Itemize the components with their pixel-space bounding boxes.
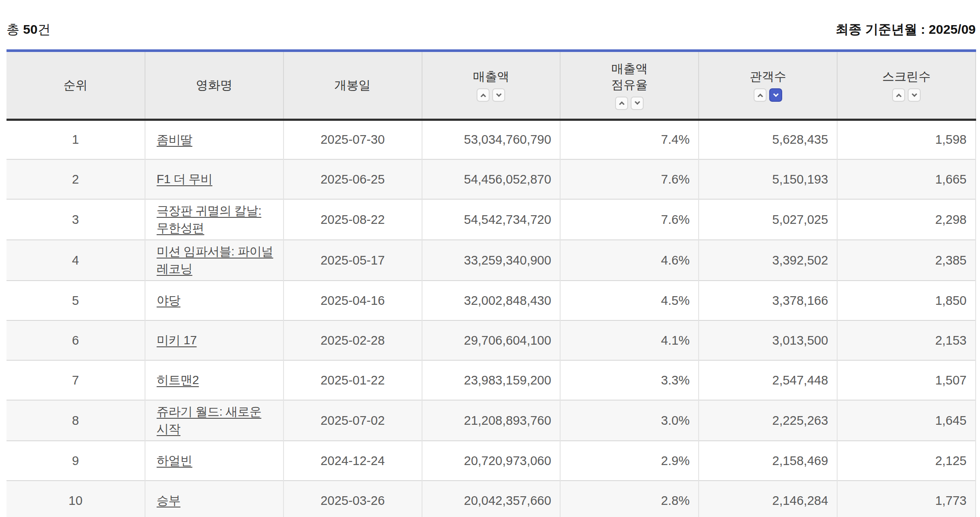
movie-title-link[interactable]: 야당 xyxy=(157,294,181,307)
total-count-label: 총 50건 xyxy=(6,21,51,38)
sort-buttons xyxy=(754,88,782,102)
sort-asc-button[interactable] xyxy=(754,88,767,102)
summary-bar: 총 50건 최종 기준년월 : 2025/09 xyxy=(6,21,976,38)
movie-title-cell: 하얼빈 xyxy=(145,441,284,481)
screens-cell: 1,665 xyxy=(837,159,976,199)
movie-title-link[interactable]: 히트맨2 xyxy=(157,373,199,387)
column-header-label-line: 관객수 xyxy=(750,68,786,84)
release-date-cell: 2025-07-02 xyxy=(284,400,422,441)
movie-title-link[interactable]: F1 더 무비 xyxy=(157,172,213,186)
release-date-cell: 2025-07-30 xyxy=(284,120,422,159)
movie-title-cell: 야당 xyxy=(145,281,284,320)
chevron-up-icon xyxy=(758,94,763,99)
sort-asc-button[interactable] xyxy=(477,88,490,102)
rank-cell: 2 xyxy=(6,159,145,199)
total-prefix: 총 xyxy=(6,22,23,36)
column-header: 스크린수 xyxy=(837,51,976,120)
audience-cell: 2,158,469 xyxy=(699,441,837,481)
column-header: 개봉일 xyxy=(284,51,422,120)
sort-desc-button[interactable] xyxy=(492,88,505,102)
column-header-label-line: 영화명 xyxy=(196,77,232,93)
movie-title-cell: 쥬라기 월드: 새로운 시작 xyxy=(145,400,284,441)
table-row: 7 히트맨2 2025-01-22 23,983,159,200 3.3% 2,… xyxy=(6,360,976,400)
sales-cell: 23,983,159,200 xyxy=(422,360,561,400)
movie-title-cell: 승부 xyxy=(145,481,284,517)
column-header: 영화명 xyxy=(145,51,284,120)
screens-cell: 1,598 xyxy=(837,120,976,159)
sort-buttons xyxy=(615,97,644,110)
release-date-cell: 2025-01-22 xyxy=(284,360,422,400)
rank-cell: 3 xyxy=(6,199,145,240)
release-date-cell: 2025-06-25 xyxy=(284,159,422,199)
sales-share-cell: 7.6% xyxy=(560,159,699,199)
chevron-down-icon xyxy=(496,91,502,97)
table-row: 8 쥬라기 월드: 새로운 시작 2025-07-02 21,208,893,7… xyxy=(6,400,976,441)
release-date-cell: 2025-03-26 xyxy=(284,481,422,517)
column-header-label-line: 매출액 xyxy=(611,61,648,77)
audience-cell: 3,378,166 xyxy=(699,281,837,320)
sales-share-cell: 4.1% xyxy=(560,320,699,360)
movie-title-link[interactable]: 미키 17 xyxy=(157,333,197,347)
reference-month-label: 최종 기준년월 : 2025/09 xyxy=(836,21,976,38)
screens-cell: 1,773 xyxy=(837,481,976,517)
sales-cell: 20,042,357,660 xyxy=(422,481,561,517)
rank-cell: 5 xyxy=(6,281,145,320)
movie-title-link[interactable]: 쥬라기 월드: 새로운 시작 xyxy=(157,405,261,436)
screens-cell: 2,153 xyxy=(837,320,976,360)
release-date-cell: 2025-04-16 xyxy=(284,281,422,320)
movie-title-cell: 히트맨2 xyxy=(145,360,284,400)
rank-cell: 7 xyxy=(6,360,145,400)
release-date-cell: 2025-08-22 xyxy=(284,199,422,240)
movie-title-link[interactable]: 미션 임파서블: 파이널 레코닝 xyxy=(157,245,273,275)
sales-cell: 21,208,893,760 xyxy=(422,400,561,441)
table-row: 3 극장판 귀멸의 칼날: 무한성편 2025-08-22 54,542,734… xyxy=(6,199,976,240)
table-row: 4 미션 임파서블: 파이널 레코닝 2025-05-17 33,259,340… xyxy=(6,240,976,281)
sort-desc-button[interactable] xyxy=(908,88,921,102)
sales-share-cell: 7.6% xyxy=(560,199,699,240)
column-header-label: 관객수 xyxy=(750,68,786,84)
audience-cell: 5,628,435 xyxy=(699,120,837,159)
table-row: 6 미키 17 2025-02-28 29,706,604,100 4.1% 3… xyxy=(6,320,976,360)
movie-title-link[interactable]: 극장판 귀멸의 칼날: 무한성편 xyxy=(157,204,261,235)
sales-share-cell: 7.4% xyxy=(560,120,699,159)
chevron-down-icon xyxy=(912,91,917,97)
release-date-cell: 2024-12-24 xyxy=(284,441,422,481)
column-header-label: 매출액 xyxy=(473,68,509,84)
column-header-label: 순위 xyxy=(63,77,87,93)
sales-share-cell: 2.9% xyxy=(560,441,699,481)
sort-asc-button[interactable] xyxy=(615,97,628,110)
audience-cell: 2,146,284 xyxy=(699,481,837,517)
movie-title-link[interactable]: 승부 xyxy=(157,494,181,507)
column-header-label-line: 스크린수 xyxy=(882,68,931,84)
sales-share-cell: 2.8% xyxy=(560,481,699,517)
audience-cell: 3,392,502 xyxy=(699,240,837,281)
chevron-up-icon xyxy=(619,101,625,107)
sort-desc-button[interactable] xyxy=(631,97,644,110)
table-row: 5 야당 2025-04-16 32,002,848,430 4.5% 3,37… xyxy=(6,281,976,320)
movie-title-link[interactable]: 하얼빈 xyxy=(157,454,193,467)
movie-title-link[interactable]: 좀비딸 xyxy=(157,133,193,146)
sales-cell: 20,720,973,060 xyxy=(422,441,561,481)
column-header: 매출액 xyxy=(422,51,561,120)
screens-cell: 1,850 xyxy=(837,281,976,320)
sales-cell: 33,259,340,900 xyxy=(422,240,561,281)
rank-cell: 1 xyxy=(6,120,145,159)
column-header: 관객수 xyxy=(699,51,837,120)
table-header: 순위 영화명 개봉일 매출액 매출액점유율 xyxy=(6,51,976,120)
rank-cell: 9 xyxy=(6,441,145,481)
screens-cell: 2,298 xyxy=(837,199,976,240)
sales-share-cell: 4.6% xyxy=(560,240,699,281)
sales-cell: 32,002,848,430 xyxy=(422,281,561,320)
sort-desc-button[interactable] xyxy=(769,88,782,102)
movie-title-cell: 좀비딸 xyxy=(145,120,284,159)
sales-cell: 53,034,760,790 xyxy=(422,120,561,159)
movie-title-cell: F1 더 무비 xyxy=(145,159,284,199)
sales-share-cell: 4.5% xyxy=(560,281,699,320)
column-header: 매출액점유율 xyxy=(560,51,699,120)
table-row: 9 하얼빈 2024-12-24 20,720,973,060 2.9% 2,1… xyxy=(6,441,976,481)
chevron-up-icon xyxy=(480,94,486,99)
chevron-down-icon xyxy=(773,91,779,97)
sort-asc-button[interactable] xyxy=(892,88,905,102)
audience-cell: 5,027,025 xyxy=(699,199,837,240)
column-header-label: 개봉일 xyxy=(335,77,371,93)
